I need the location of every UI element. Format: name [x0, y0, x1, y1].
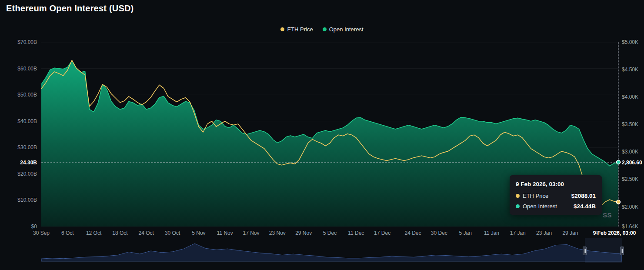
legend: ETH Price Open Interest: [0, 26, 644, 33]
navigator-minimap[interactable]: [0, 237, 644, 267]
tooltip: 9 Feb 2026, 03:00 ETH Price $2088.01 Ope…: [510, 175, 602, 215]
watermark: SS: [603, 211, 612, 219]
tooltip-open-interest-label: Open Interest: [523, 203, 557, 210]
eth-price-dot: [516, 194, 520, 198]
legend-item-eth-price[interactable]: ETH Price: [280, 26, 313, 33]
navigator-window[interactable]: [585, 238, 622, 263]
legend-item-open-interest[interactable]: Open Interest: [323, 26, 364, 33]
tooltip-open-interest-value: $24.44B: [574, 203, 596, 210]
navigator-handle-right[interactable]: [620, 247, 624, 255]
eth-price-legend-dot: [280, 27, 284, 31]
eth-price-legend-label: ETH Price: [287, 26, 313, 33]
price-open-interest-chart[interactable]: [0, 0, 644, 270]
crosshair-right-label: 2,806.60: [622, 160, 642, 166]
open-interest-legend-label: Open Interest: [329, 26, 364, 33]
chart-root: Ethereum Open Interest (USD) ETH Price O…: [0, 0, 644, 270]
tooltip-date: 9 Feb 2026, 03:00: [516, 181, 596, 187]
tooltip-row-open-interest: Open Interest $24.44B: [516, 203, 596, 210]
tooltip-eth-price-value: $2088.01: [571, 193, 596, 199]
open-interest-dot: [516, 204, 520, 208]
navigator-handle-left[interactable]: [583, 247, 587, 255]
tooltip-eth-price-label: ETH Price: [523, 193, 548, 199]
crosshair-x-label: 9 Feb 2026, 03:00: [588, 230, 641, 236]
tooltip-row-eth-price: ETH Price $2088.01: [516, 193, 596, 199]
crosshair-left-label: 24.30B: [0, 160, 37, 166]
open-interest-legend-dot: [323, 27, 327, 31]
